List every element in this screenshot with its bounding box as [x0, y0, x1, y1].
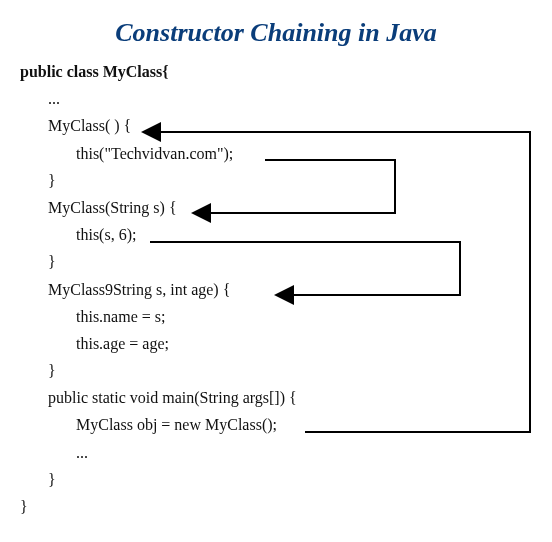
code-block: public class MyClass{ ... MyClass( ) { t… — [0, 58, 552, 520]
diagram-title: Constructor Chaining in Java — [0, 0, 552, 58]
code-line: this.name = s; — [20, 303, 552, 330]
code-line: } — [20, 167, 552, 194]
code-line: } — [20, 357, 552, 384]
code-line: ... — [20, 85, 552, 112]
code-line: MyClass( ) { — [20, 112, 552, 139]
code-line: public class MyClass{ — [20, 58, 552, 85]
code-line: MyClass(String s) { — [20, 194, 552, 221]
code-line: MyClass9String s, int age) { — [20, 276, 552, 303]
code-line: this.age = age; — [20, 330, 552, 357]
code-line: } — [20, 248, 552, 275]
code-line: public static void main(String args[]) { — [20, 384, 552, 411]
code-line: ... — [20, 439, 552, 466]
code-line: this("Techvidvan.com"); — [20, 140, 552, 167]
code-line: } — [20, 493, 552, 520]
code-line: this(s, 6); — [20, 221, 552, 248]
code-line: } — [20, 466, 552, 493]
code-line: MyClass obj = new MyClass(); — [20, 411, 552, 438]
